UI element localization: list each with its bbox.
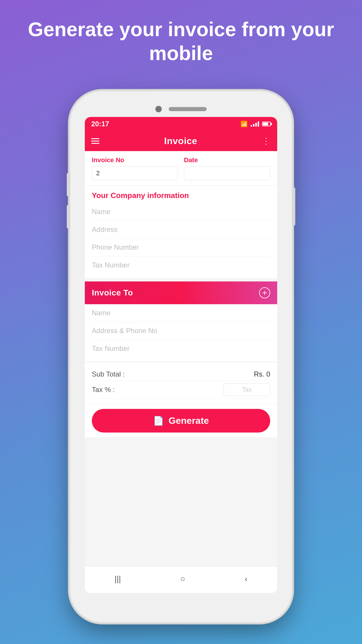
date-field: Date [184, 156, 270, 180]
company-tax-field [92, 256, 270, 274]
tax-input[interactable] [224, 383, 270, 396]
company-address-input[interactable] [92, 225, 270, 234]
tax-label: Tax % : [92, 386, 115, 394]
tax-row: Tax % : [92, 381, 270, 399]
volume-down-button [67, 205, 70, 228]
invoice-to-address-phone-field [92, 322, 270, 340]
company-phone-input[interactable] [92, 243, 270, 251]
invoice-header-row: Invoice No Date [85, 151, 277, 186]
battery-icon [262, 122, 271, 126]
generate-wrapper: 📄 Generate [85, 404, 277, 437]
signal-bars [251, 121, 259, 127]
hamburger-menu-icon[interactable] [91, 138, 99, 144]
volume-up-button [67, 173, 70, 196]
nav-back-icon[interactable]: ‹ [236, 572, 256, 586]
phone-screen: 20:17 📶 [85, 117, 277, 593]
company-tax-input[interactable] [92, 261, 270, 269]
sub-total-value: Rs. 0 [254, 370, 270, 378]
generate-label: Generate [168, 415, 209, 426]
invoice-to-name-field [92, 304, 270, 322]
status-icons: 📶 [240, 120, 271, 127]
company-section-label: Your Company information [85, 186, 277, 203]
power-button [292, 188, 295, 225]
company-name-field [92, 203, 270, 221]
wifi-icon: 📶 [240, 120, 248, 127]
generate-icon: 📄 [153, 416, 164, 426]
add-client-button[interactable]: + [259, 287, 270, 298]
status-bar: 20:17 📶 [85, 117, 277, 131]
header-text: Generate your invoice from your mobile [5, 18, 358, 65]
nav-menu-icon[interactable]: ||| [106, 572, 130, 586]
invoice-to-form-section [85, 304, 277, 361]
invoice-to-tax-field [92, 340, 270, 357]
invoice-no-label: Invoice No [92, 156, 178, 164]
more-options-icon[interactable]: ⋮ [262, 136, 271, 146]
invoice-to-tax-input[interactable] [92, 344, 270, 353]
content-area[interactable]: Invoice No Date Your Company information [85, 151, 277, 566]
phone-wrapper: 20:17 📶 [70, 91, 292, 622]
invoice-to-banner: Invoice To + [85, 281, 277, 304]
sub-total-label: Sub Total : [92, 370, 125, 378]
invoice-to-name-input[interactable] [92, 309, 270, 317]
nav-home-icon[interactable]: ○ [172, 572, 194, 586]
company-name-input[interactable] [92, 208, 270, 216]
app-bar-title: Invoice [164, 136, 197, 146]
company-phone-field [92, 239, 270, 256]
company-address-field [92, 221, 270, 239]
date-label: Date [184, 156, 270, 164]
sub-total-row: Sub Total : Rs. 0 [92, 368, 270, 381]
company-form-section [85, 203, 277, 278]
generate-button[interactable]: 📄 Generate [92, 409, 270, 433]
speaker-bar [169, 107, 207, 111]
phone-top-area [155, 106, 207, 112]
bottom-nav: ||| ○ ‹ [85, 566, 277, 593]
app-bar: Invoice ⋮ [85, 131, 277, 151]
invoice-to-address-phone-input[interactable] [92, 327, 270, 335]
front-camera [155, 106, 162, 112]
invoice-no-field: Invoice No [92, 156, 178, 180]
totals-section: Sub Total : Rs. 0 Tax % : [85, 363, 277, 404]
invoice-no-input[interactable] [92, 166, 178, 180]
add-icon: + [262, 288, 267, 298]
status-time: 20:17 [91, 120, 109, 128]
invoice-to-label: Invoice To [92, 288, 133, 298]
date-input[interactable] [184, 166, 270, 180]
